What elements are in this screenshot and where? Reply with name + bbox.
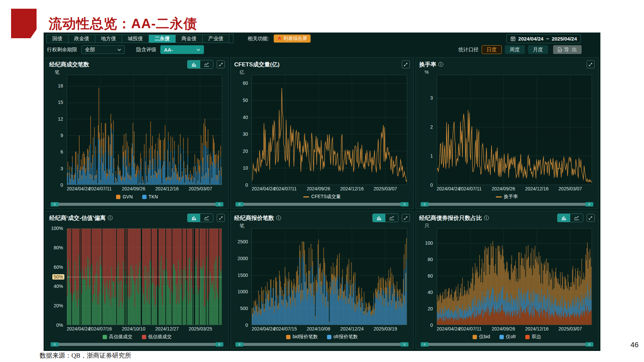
slider-track[interactable] [429,203,585,206]
legend-item[interactable]: 换手率 [496,194,518,200]
expand-icon[interactable] [587,60,595,68]
tab-2[interactable]: 地方债 [95,35,122,43]
slider-handle-left[interactable] [235,202,244,206]
line-view-button[interactable] [385,214,398,222]
tab-1[interactable]: 政金债 [68,35,95,43]
y-tick-label: 100% [51,226,63,231]
slider-handle-right[interactable] [400,342,409,347]
slider-handle-left[interactable] [421,342,429,347]
expand-icon[interactable] [587,214,595,222]
date-start: 2024/04/24 [518,36,543,42]
x-axis: 2024/04/242024/07/162024/10/102024/12/27… [67,326,222,333]
slider-track[interactable] [59,343,215,346]
tab-0[interactable]: 国债 [46,35,68,43]
line-view-button[interactable] [200,214,213,222]
chart-range-slider[interactable] [235,202,408,207]
expand-icon[interactable] [402,214,410,222]
legend-item[interactable]: TKN [142,194,158,199]
line-view-button[interactable] [200,60,213,68]
chart-canvas[interactable] [437,75,592,185]
bar-view-button[interactable] [187,60,200,68]
expand-icon[interactable] [217,214,225,222]
bar-view-button[interactable] [557,214,570,222]
tab-4[interactable]: 二永债 [149,35,176,43]
x-tick-label: 2024/04/24 [437,326,460,331]
x-axis: 2024/04/242024/07/112024/09/262024/12/16… [67,186,222,193]
tab-3[interactable]: 城投债 [122,35,149,43]
x-tick-label: 2024/12/27 [155,326,179,331]
legend-item[interactable]: 仅ofr [499,334,516,340]
legend-item[interactable]: bid报价笔数 [286,334,318,340]
legend-item[interactable]: 双边 [525,334,541,340]
chart-range-slider[interactable] [51,202,223,207]
term-select[interactable]: 全部 [81,45,125,54]
expand-icon[interactable] [217,60,225,68]
slider-track[interactable] [59,203,215,206]
rating-filter-label: 隐含评级 [136,47,156,53]
panel-deal-valuation-deviation: 经纪商‘成交-估值’偏离ⓘ 0%20%40%50%60%80%100% 2024… [46,211,228,349]
legend-marker [525,335,530,339]
freq-monthly-button[interactable]: 月度 [528,45,548,54]
line-view-button[interactable] [570,214,583,222]
chart-range-slider[interactable] [235,342,408,347]
legend-marker [142,335,146,339]
info-icon: ⓘ [484,215,489,221]
freq-daily-button[interactable]: 日度 [482,45,502,54]
bar-view-button[interactable] [373,214,385,222]
freq-weekly-button[interactable]: 周度 [505,45,525,54]
slider-handle-left[interactable] [51,342,59,347]
export-button[interactable]: 导 出 [553,45,582,54]
y-tick-label: 1 [430,153,433,159]
x-tick-label: 2024/09/26 [492,186,515,191]
y-tick-label: 60% [54,264,63,270]
slider-handle-right[interactable] [400,202,409,206]
slider-track[interactable] [244,203,400,206]
x-tick-label: 2024/09/26 [122,186,145,191]
date-range-picker[interactable]: 2024/04/24 ~ 2025/04/24 [506,34,581,43]
chart-canvas[interactable] [437,229,592,325]
legend-item[interactable]: GVN [116,194,132,199]
chart-range-slider[interactable] [421,342,593,347]
x-tick-label: 2025/03/07 [189,186,212,191]
tab-6[interactable]: 产业债 [203,35,229,43]
spread-screen-button[interactable]: 利差综合屏 [274,35,311,43]
tab-5[interactable]: 商金债 [176,35,203,43]
chart-range-slider[interactable] [51,342,223,347]
chart-title: 换手率 [419,61,436,68]
x-tick-label: 2024/12/16 [340,186,364,191]
legend-item[interactable]: ofr报价笔数 [327,334,358,340]
legend-item[interactable]: 仅bid [473,334,490,340]
chart-canvas[interactable] [67,229,222,325]
legend-item[interactable]: 高估值成交 [103,334,132,340]
slider-handle-right[interactable] [585,342,593,347]
x-tick-label: 2024/07/11 [459,326,482,331]
chart-canvas[interactable] [252,75,407,185]
legend-item[interactable]: CFETS成交量 [303,194,341,200]
rating-select[interactable]: AA- [160,45,204,54]
x-tick-label: 2024/12/24 [340,326,364,331]
slider-handle-left[interactable] [51,202,59,206]
x-tick-label: 2024/04/24 [252,186,275,191]
slider-handle-right[interactable] [585,202,593,206]
bar-view-button[interactable] [187,214,200,222]
x-tick-label: 2024/10/10 [122,326,145,331]
stat-caliber-label: 统计口径 [459,47,479,53]
chart-canvas[interactable] [252,229,407,325]
slider-handle-right[interactable] [215,202,223,206]
chart-range-slider[interactable] [421,202,593,207]
slider-handle-left[interactable] [421,202,429,206]
slider-track[interactable] [429,343,585,346]
chart-legend: 仅bid仅ofr双边 [419,333,595,341]
y-tick-label: 20 [428,306,433,311]
chart-legend: GVNTKN [49,193,225,201]
chart-canvas[interactable] [67,75,222,185]
y-tick-label: 60 [243,80,248,86]
slider-handle-left[interactable] [235,342,244,347]
slider-track[interactable] [244,343,400,346]
y-tick-label: 0 [60,182,63,188]
slider-handle-right[interactable] [215,342,223,347]
legend-item[interactable]: 低估值成交 [142,334,172,340]
x-tick-label: 2024/09/26 [492,326,515,331]
y-tick-label: 3 [60,166,63,171]
expand-icon[interactable] [402,60,410,68]
